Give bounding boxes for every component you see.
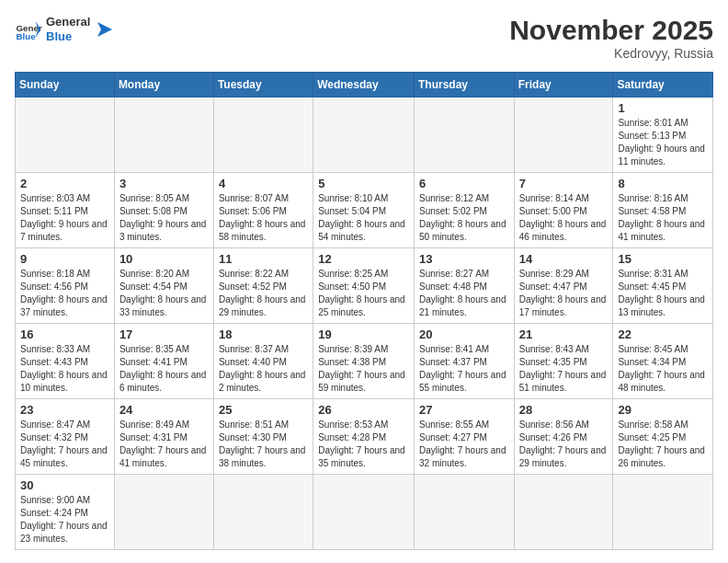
day-info: Sunrise: 8:53 AM Sunset: 4:28 PM Dayligh… (318, 419, 409, 470)
month-title: November 2025 (509, 15, 713, 46)
day-info: Sunrise: 8:22 AM Sunset: 4:52 PM Dayligh… (219, 268, 308, 319)
day-number: 12 (318, 252, 409, 266)
day-number: 16 (20, 327, 109, 341)
day-info: Sunrise: 8:49 AM Sunset: 4:31 PM Dayligh… (119, 419, 209, 470)
calendar-cell: 2Sunrise: 8:03 AM Sunset: 5:11 PM Daylig… (16, 173, 115, 248)
calendar-cell: 6Sunrise: 8:12 AM Sunset: 5:02 PM Daylig… (414, 173, 514, 248)
day-number: 26 (318, 403, 409, 417)
day-number: 27 (419, 403, 509, 417)
day-info: Sunrise: 8:16 AM Sunset: 4:58 PM Dayligh… (618, 192, 708, 244)
day-number: 2 (20, 177, 109, 190)
day-number: 6 (419, 177, 509, 190)
calendar-week-row: 30Sunrise: 9:00 AM Sunset: 4:24 PM Dayli… (16, 475, 713, 550)
weekday-header-saturday: Saturday (613, 73, 713, 98)
day-number: 30 (20, 478, 109, 492)
calendar-cell: 5Sunrise: 8:10 AM Sunset: 5:04 PM Daylig… (313, 173, 415, 248)
day-info: Sunrise: 8:56 AM Sunset: 4:26 PM Dayligh… (519, 419, 609, 470)
weekday-header-row: SundayMondayTuesdayWednesdayThursdayFrid… (16, 73, 713, 98)
day-number: 10 (119, 252, 209, 266)
weekday-header-sunday: Sunday (16, 73, 115, 98)
calendar-cell: 3Sunrise: 8:05 AM Sunset: 5:08 PM Daylig… (114, 173, 213, 248)
calendar-cell: 9Sunrise: 8:18 AM Sunset: 4:56 PM Daylig… (16, 248, 115, 324)
logo-general: General (46, 15, 90, 29)
day-info: Sunrise: 9:00 AM Sunset: 4:24 PM Dayligh… (20, 494, 109, 546)
day-number: 25 (219, 403, 308, 417)
calendar-cell: 29Sunrise: 8:58 AM Sunset: 4:25 PM Dayli… (613, 399, 713, 475)
calendar-cell: 13Sunrise: 8:27 AM Sunset: 4:48 PM Dayli… (414, 248, 514, 324)
day-info: Sunrise: 8:10 AM Sunset: 5:04 PM Dayligh… (318, 192, 409, 244)
calendar-cell (414, 98, 514, 173)
calendar-cell: 20Sunrise: 8:41 AM Sunset: 4:37 PM Dayli… (414, 324, 514, 399)
calendar-cell: 24Sunrise: 8:49 AM Sunset: 4:31 PM Dayli… (114, 399, 213, 475)
day-info: Sunrise: 8:39 AM Sunset: 4:38 PM Dayligh… (318, 343, 409, 395)
day-info: Sunrise: 8:55 AM Sunset: 4:27 PM Dayligh… (419, 419, 509, 470)
day-number: 13 (419, 252, 509, 266)
calendar-cell: 16Sunrise: 8:33 AM Sunset: 4:43 PM Dayli… (16, 324, 115, 399)
day-number: 17 (119, 327, 209, 341)
day-number: 23 (20, 403, 109, 417)
day-info: Sunrise: 8:18 AM Sunset: 4:56 PM Dayligh… (20, 268, 109, 319)
header: General Blue General Blue November 2025 … (15, 15, 713, 61)
calendar-cell: 8Sunrise: 8:16 AM Sunset: 4:58 PM Daylig… (613, 173, 713, 248)
day-number: 21 (519, 327, 609, 341)
day-number: 24 (119, 403, 209, 417)
day-info: Sunrise: 8:03 AM Sunset: 5:11 PM Dayligh… (20, 192, 109, 244)
logo-icon: General Blue (15, 16, 42, 43)
day-number: 15 (618, 252, 708, 266)
location: Kedrovyy, Russia (509, 46, 713, 61)
calendar-cell (114, 475, 213, 550)
day-info: Sunrise: 8:20 AM Sunset: 4:54 PM Dayligh… (119, 268, 209, 319)
calendar-cell: 12Sunrise: 8:25 AM Sunset: 4:50 PM Dayli… (313, 248, 415, 324)
calendar-cell: 7Sunrise: 8:14 AM Sunset: 5:00 PM Daylig… (514, 173, 613, 248)
calendar-cell: 26Sunrise: 8:53 AM Sunset: 4:28 PM Dayli… (313, 399, 415, 475)
logo-blue: Blue (46, 29, 72, 43)
calendar-cell: 14Sunrise: 8:29 AM Sunset: 4:47 PM Dayli… (514, 248, 613, 324)
day-info: Sunrise: 8:25 AM Sunset: 4:50 PM Dayligh… (318, 268, 409, 319)
day-info: Sunrise: 8:12 AM Sunset: 5:02 PM Dayligh… (419, 192, 509, 244)
day-info: Sunrise: 8:58 AM Sunset: 4:25 PM Dayligh… (618, 419, 708, 470)
title-area: November 2025 Kedrovyy, Russia (509, 15, 713, 61)
calendar-cell: 4Sunrise: 8:07 AM Sunset: 5:06 PM Daylig… (213, 173, 313, 248)
calendar-cell: 1Sunrise: 8:01 AM Sunset: 5:13 PM Daylig… (613, 98, 713, 173)
weekday-header-friday: Friday (514, 73, 613, 98)
day-info: Sunrise: 8:51 AM Sunset: 4:30 PM Dayligh… (219, 419, 308, 470)
day-info: Sunrise: 8:41 AM Sunset: 4:37 PM Dayligh… (419, 343, 509, 395)
day-number: 28 (519, 403, 609, 417)
day-number: 29 (618, 403, 708, 417)
day-info: Sunrise: 8:45 AM Sunset: 4:34 PM Dayligh… (618, 343, 708, 395)
calendar-week-row: 16Sunrise: 8:33 AM Sunset: 4:43 PM Dayli… (16, 324, 713, 399)
calendar-cell: 18Sunrise: 8:37 AM Sunset: 4:40 PM Dayli… (213, 324, 313, 399)
day-info: Sunrise: 8:47 AM Sunset: 4:32 PM Dayligh… (20, 419, 109, 470)
logo-arrow-icon (94, 18, 116, 40)
day-number: 5 (318, 177, 409, 190)
svg-marker-3 (97, 22, 112, 37)
calendar-cell (313, 475, 415, 550)
calendar-cell: 30Sunrise: 9:00 AM Sunset: 4:24 PM Dayli… (16, 475, 115, 550)
calendar-cell (414, 475, 514, 550)
calendar-cell: 21Sunrise: 8:43 AM Sunset: 4:35 PM Dayli… (514, 324, 613, 399)
calendar-cell (16, 98, 115, 173)
calendar-cell: 19Sunrise: 8:39 AM Sunset: 4:38 PM Dayli… (313, 324, 415, 399)
calendar-cell: 15Sunrise: 8:31 AM Sunset: 4:45 PM Dayli… (613, 248, 713, 324)
day-number: 1 (618, 101, 708, 115)
day-number: 9 (20, 252, 109, 266)
calendar-cell: 17Sunrise: 8:35 AM Sunset: 4:41 PM Dayli… (114, 324, 213, 399)
day-number: 22 (618, 327, 708, 341)
calendar-cell (114, 98, 213, 173)
weekday-header-thursday: Thursday (414, 73, 514, 98)
day-info: Sunrise: 8:31 AM Sunset: 4:45 PM Dayligh… (618, 268, 708, 319)
calendar-week-row: 9Sunrise: 8:18 AM Sunset: 4:56 PM Daylig… (16, 248, 713, 324)
day-number: 20 (419, 327, 509, 341)
svg-text:Blue: Blue (17, 31, 37, 41)
calendar-cell (613, 475, 713, 550)
weekday-header-wednesday: Wednesday (313, 73, 415, 98)
calendar-cell (514, 98, 613, 173)
day-info: Sunrise: 8:29 AM Sunset: 4:47 PM Dayligh… (519, 268, 609, 319)
day-number: 19 (318, 327, 409, 341)
calendar-week-row: 23Sunrise: 8:47 AM Sunset: 4:32 PM Dayli… (16, 399, 713, 475)
calendar-cell: 22Sunrise: 8:45 AM Sunset: 4:34 PM Dayli… (613, 324, 713, 399)
calendar-cell (313, 98, 415, 173)
day-number: 14 (519, 252, 609, 266)
day-info: Sunrise: 8:37 AM Sunset: 4:40 PM Dayligh… (219, 343, 308, 395)
day-info: Sunrise: 8:43 AM Sunset: 4:35 PM Dayligh… (519, 343, 609, 395)
